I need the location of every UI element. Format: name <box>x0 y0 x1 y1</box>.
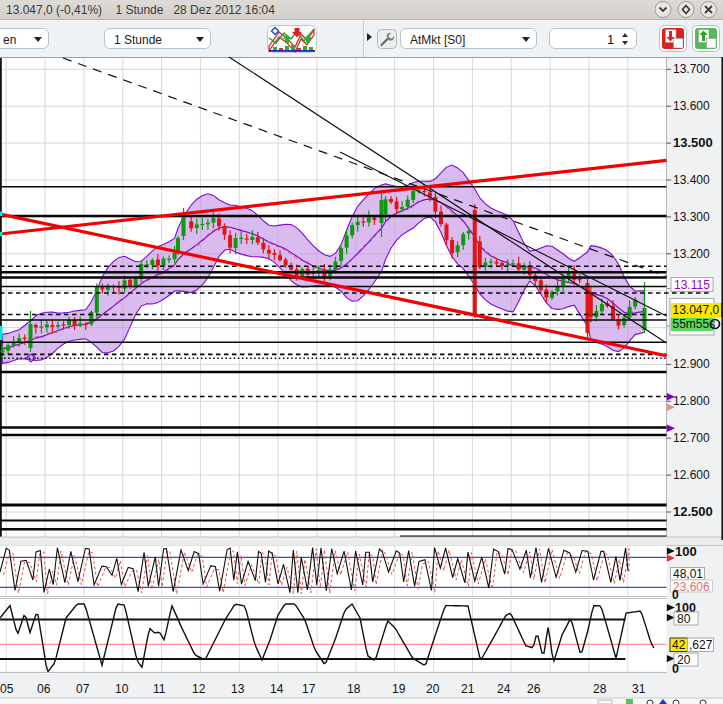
svg-text:18: 18 <box>347 682 361 696</box>
svg-text:14: 14 <box>270 682 284 696</box>
svg-text:80: 80 <box>677 612 691 626</box>
svg-text:12.800: 12.800 <box>673 394 710 408</box>
svg-text:28: 28 <box>593 682 607 696</box>
svg-text:13.500: 13.500 <box>673 135 713 150</box>
svg-text:21: 21 <box>461 682 475 696</box>
svg-text:13.600: 13.600 <box>673 99 710 113</box>
svg-text:12.500: 12.500 <box>673 504 713 519</box>
svg-text:20: 20 <box>426 682 440 696</box>
svg-text:11: 11 <box>153 682 166 696</box>
svg-text:12.700: 12.700 <box>673 431 710 445</box>
svg-text:55m55s: 55m55s <box>673 317 716 331</box>
svg-text:07: 07 <box>76 682 90 696</box>
svg-text:13.115: 13.115 <box>674 278 710 292</box>
svg-text:13.400: 13.400 <box>673 173 710 187</box>
svg-text:13.700: 13.700 <box>673 62 710 76</box>
svg-text:05: 05 <box>0 682 14 696</box>
svg-text:17: 17 <box>302 682 316 696</box>
svg-text:,627: ,627 <box>689 638 713 652</box>
svg-text:42: 42 <box>672 638 686 652</box>
svg-text:10: 10 <box>115 682 129 696</box>
svg-text:06: 06 <box>37 682 51 696</box>
svg-text:100: 100 <box>675 544 697 559</box>
svg-text:13.300: 13.300 <box>673 210 710 224</box>
svg-text:12.600: 12.600 <box>673 468 710 482</box>
svg-text:13: 13 <box>231 682 245 696</box>
svg-text:26: 26 <box>527 682 541 696</box>
svg-text:13.047,0: 13.047,0 <box>673 303 720 317</box>
svg-text:19: 19 <box>392 682 406 696</box>
svg-text:31: 31 <box>632 682 646 696</box>
svg-text:12: 12 <box>192 682 206 696</box>
svg-text:13.200: 13.200 <box>673 247 710 261</box>
svg-text:12.900: 12.900 <box>673 357 710 371</box>
svg-text:24: 24 <box>497 682 511 696</box>
svg-text:20: 20 <box>677 653 691 667</box>
